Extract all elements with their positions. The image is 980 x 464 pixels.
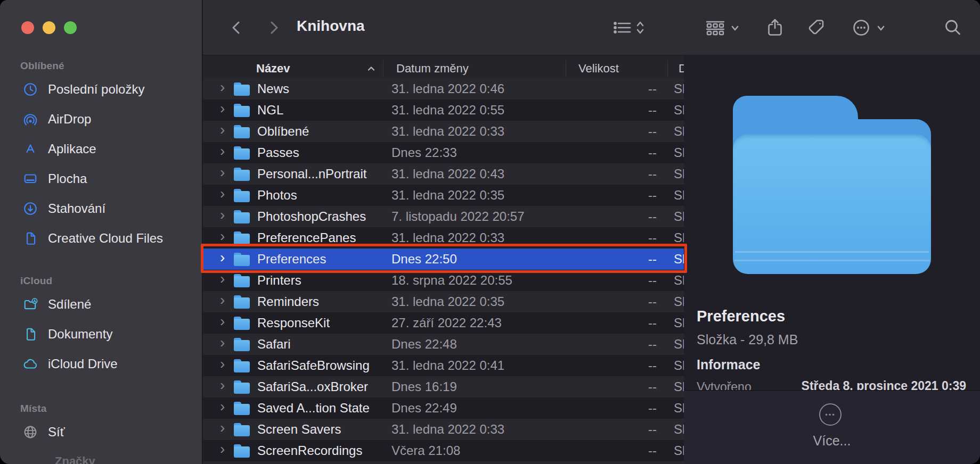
file-size: -- bbox=[561, 81, 663, 96]
column-header-kind[interactable]: Druh bbox=[668, 60, 684, 77]
column-header-date[interactable]: Datum změny bbox=[383, 60, 566, 77]
table-row[interactable]: PhotoshopCrashes7. listopadu 2022 20:57-… bbox=[203, 206, 684, 227]
search-icon[interactable] bbox=[943, 18, 962, 37]
sidebar-item-sd-len-[interactable]: Sdílené bbox=[0, 289, 202, 319]
table-row[interactable]: PreferencePanes31. ledna 2022 0:33--Slož… bbox=[203, 227, 684, 248]
sidebar-item-label: iCloud Drive bbox=[48, 357, 118, 371]
file-name: Printers bbox=[257, 273, 379, 288]
disclosure-chevron-icon[interactable] bbox=[220, 294, 234, 309]
disclosure-chevron-icon[interactable] bbox=[220, 273, 234, 288]
file-name: ScreenRecordings bbox=[257, 443, 379, 458]
sidebar-item-dokumenty[interactable]: Dokumenty bbox=[0, 319, 202, 349]
sidebar-item-creative-cloud-files[interactable]: Creative Cloud Files bbox=[0, 223, 202, 253]
sidebar-item-plocha[interactable]: Plocha bbox=[0, 164, 202, 194]
table-row[interactable]: SafariDnes 22:48--Složka bbox=[203, 334, 684, 355]
group-by-icon[interactable] bbox=[705, 18, 725, 37]
disclosure-chevron-icon[interactable] bbox=[220, 230, 234, 245]
sidebar: OblíbenéPoslední položkyAirDropAplikaceP… bbox=[0, 0, 202, 464]
disclosure-chevron-icon[interactable] bbox=[220, 401, 234, 416]
table-row[interactable]: Oblíbené31. ledna 2022 0:33--Složka bbox=[203, 121, 684, 142]
table-row[interactable]: PassesDnes 22:33--Složka bbox=[203, 142, 684, 163]
disclosure-chevron-icon[interactable] bbox=[220, 443, 234, 458]
disclosure-chevron-icon[interactable] bbox=[220, 209, 234, 224]
disclosure-chevron-icon[interactable] bbox=[220, 81, 234, 96]
folder-icon bbox=[234, 125, 250, 138]
disclosure-chevron-icon[interactable] bbox=[220, 358, 234, 373]
table-row[interactable]: SafariSa...oxBrokerDnes 16:19--Složka bbox=[203, 376, 684, 397]
table-row[interactable]: News31. ledna 2022 0:46--Složka bbox=[203, 78, 684, 100]
folder-icon bbox=[234, 253, 250, 266]
disclosure-chevron-icon[interactable] bbox=[220, 379, 234, 394]
file-kind: Složka bbox=[663, 401, 684, 416]
ellipsis-circle-icon[interactable] bbox=[819, 403, 842, 426]
view-list-icon[interactable] bbox=[613, 18, 632, 37]
disclosure-chevron-icon[interactable] bbox=[220, 124, 234, 139]
group-chevron-down-icon[interactable] bbox=[730, 18, 740, 37]
view-switcher-carets-icon[interactable] bbox=[635, 18, 645, 37]
file-kind: Složka bbox=[663, 124, 684, 139]
file-name: News bbox=[257, 81, 379, 96]
more-chevron-down-icon[interactable] bbox=[876, 18, 886, 37]
folder-icon bbox=[234, 402, 250, 415]
disclosure-chevron-icon[interactable] bbox=[220, 252, 234, 267]
sidebar-item-aplikace[interactable]: Aplikace bbox=[0, 134, 202, 164]
sidebar-item-posledn-polo-ky[interactable]: Poslední položky bbox=[0, 74, 202, 104]
back-button[interactable] bbox=[228, 18, 244, 37]
file-rows: News31. ledna 2022 0:46--SložkaNGL31. le… bbox=[203, 78, 684, 460]
file-size: -- bbox=[561, 167, 663, 181]
window-title: Knihovna bbox=[297, 18, 365, 35]
table-row[interactable]: Photos31. ledna 2022 0:35--Složka bbox=[203, 185, 684, 206]
sidebar-item-label: Creative Cloud Files bbox=[48, 231, 163, 246]
clock-icon bbox=[22, 81, 38, 97]
sidebar-item-label: Poslední položky bbox=[48, 82, 144, 97]
table-row[interactable]: ResponseKit27. září 2022 22:43--Složka bbox=[203, 312, 684, 334]
table-row[interactable]: Saved A...tion StateDnes 22:49--Složka bbox=[203, 397, 684, 419]
table-row[interactable]: NGL31. ledna 2022 0:55--Složka bbox=[203, 100, 684, 121]
file-name: Preferences bbox=[257, 252, 379, 267]
forward-button[interactable] bbox=[266, 18, 282, 37]
disclosure-chevron-icon[interactable] bbox=[220, 145, 234, 160]
file-name: Saved A...tion State bbox=[257, 401, 379, 416]
sidebar-sections: OblíbenéPoslední položkyAirDropAplikaceP… bbox=[0, 57, 202, 447]
table-row[interactable]: Printers18. srpna 2022 20:55--Složka bbox=[203, 270, 684, 291]
disclosure-chevron-icon[interactable] bbox=[220, 188, 234, 203]
disclosure-chevron-icon[interactable] bbox=[220, 337, 234, 352]
column-header-size[interactable]: Velikost bbox=[566, 60, 668, 77]
sidebar-section-tags-partial: Značky bbox=[55, 454, 95, 464]
table-row[interactable]: ScreenRecordingsVčera 21:08--Složka bbox=[203, 440, 684, 461]
document-icon bbox=[22, 230, 38, 246]
sidebar-item-airdrop[interactable]: AirDrop bbox=[0, 104, 202, 134]
table-row[interactable]: SafariSafeBrowsing31. ledna 2022 0:41--S… bbox=[203, 355, 684, 376]
zoom-button[interactable] bbox=[64, 21, 77, 34]
minimize-button[interactable] bbox=[43, 21, 55, 34]
sidebar-item-label: Plocha bbox=[48, 171, 87, 186]
disclosure-chevron-icon[interactable] bbox=[220, 103, 234, 118]
table-row[interactable]: Screen Savers31. ledna 2022 0:33--Složka bbox=[203, 419, 684, 440]
folder-icon bbox=[234, 146, 250, 160]
more-actions-icon[interactable] bbox=[852, 18, 871, 37]
disclosure-chevron-icon[interactable] bbox=[220, 316, 234, 330]
file-kind: Složka bbox=[663, 81, 684, 96]
folder-icon bbox=[234, 380, 250, 394]
file-name: Passes bbox=[257, 145, 379, 160]
folder-icon bbox=[234, 189, 250, 202]
sidebar-item-icloud-drive[interactable]: iCloud Drive bbox=[0, 349, 202, 379]
disclosure-chevron-icon[interactable] bbox=[220, 422, 234, 437]
table-row[interactable]: PreferencesDnes 22:50--Složka bbox=[203, 248, 684, 270]
more-link[interactable]: Více... bbox=[684, 433, 980, 449]
file-size: -- bbox=[561, 209, 663, 224]
column-header-name[interactable]: Název bbox=[203, 60, 383, 77]
table-row[interactable]: Reminders31. ledna 2022 0:35--Složka bbox=[203, 291, 684, 312]
file-name: PhotoshopCrashes bbox=[257, 209, 379, 224]
tags-icon[interactable] bbox=[806, 18, 826, 37]
file-kind: Složka bbox=[663, 294, 684, 309]
share-icon[interactable] bbox=[766, 18, 784, 37]
close-button[interactable] bbox=[21, 21, 34, 34]
sidebar-item-s-[interactable]: Síť bbox=[0, 417, 202, 447]
table-row[interactable]: Personal...nPortrait31. ledna 2022 0:43-… bbox=[203, 163, 684, 185]
disclosure-chevron-icon[interactable] bbox=[220, 167, 234, 181]
sidebar-item-stahov-n-[interactable]: Stahování bbox=[0, 194, 202, 223]
file-kind: Složka bbox=[663, 422, 684, 437]
airdrop-icon bbox=[22, 111, 38, 127]
preview-subtitle: Složka - 29,8 MB bbox=[697, 332, 798, 347]
